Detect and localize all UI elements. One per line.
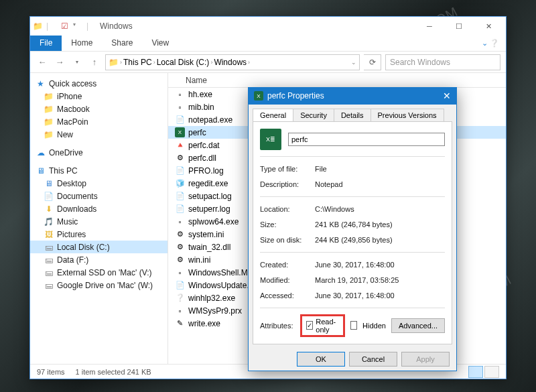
apply-button[interactable]: Apply: [401, 352, 450, 367]
nav-pc-item[interactable]: 🖥Desktop: [30, 177, 168, 190]
ini-icon: ⚙: [175, 229, 185, 239]
tab-security[interactable]: Security: [293, 109, 334, 121]
tab-details[interactable]: Details: [334, 109, 371, 121]
readonly-label: Read-only: [316, 318, 339, 334]
folder-icon: 📁: [109, 57, 119, 67]
crumb-this-pc[interactable]: This PC: [123, 58, 152, 67]
nav-qa-item[interactable]: 📁iPhone: [30, 90, 168, 103]
excel-file-icon: X≣: [260, 129, 281, 150]
chevron-right-icon[interactable]: ›: [153, 59, 155, 66]
nav-qa-item[interactable]: 📁Macbook: [30, 103, 168, 115]
text-icon: 📄: [175, 280, 185, 290]
dialog-tabs: General Security Details Previous Versio…: [249, 105, 456, 121]
advanced-button[interactable]: Advanced...: [391, 318, 445, 333]
file-name: PFRO.log: [188, 166, 224, 176]
label-size: Size:: [260, 220, 308, 228]
readonly-highlight: Read-only: [300, 314, 345, 337]
text-icon: 📄: [175, 191, 185, 201]
nav-this-pc[interactable]: 🖥This PC: [30, 164, 168, 177]
ok-button[interactable]: OK: [297, 352, 345, 367]
icons-view-button[interactable]: [484, 366, 499, 378]
up-button[interactable]: ↑: [88, 56, 101, 69]
nav-quick-access[interactable]: ★Quick access: [30, 77, 168, 90]
address-dropdown-icon[interactable]: ⌄: [351, 59, 356, 66]
tab-share[interactable]: Share: [102, 36, 142, 51]
titlebar[interactable]: 📁 | ☑ ▾ | Windows ─ ☐ ✕: [30, 17, 506, 36]
file-name: regedit.exe: [188, 179, 228, 188]
folder-icon: 📁: [44, 104, 54, 114]
value-accessed: June 30, 2017, 16:48:00: [315, 291, 445, 300]
dialog-button-row: OK Cancel Apply: [249, 348, 456, 371]
tab-view[interactable]: View: [142, 36, 178, 51]
close-button[interactable]: ✕: [474, 17, 503, 36]
crumb-windows[interactable]: Windows: [214, 58, 247, 67]
back-button[interactable]: ←: [36, 56, 49, 69]
file-name: setupact.log: [188, 192, 232, 201]
file-name: perfc: [188, 128, 206, 137]
text-icon: 📄: [175, 166, 185, 176]
dll-icon: ⚙: [175, 242, 185, 252]
ribbon-expand-icon[interactable]: ⌄ ❔: [475, 36, 506, 51]
file-name: splwow64.exe: [188, 217, 239, 226]
status-selected: 1 item selected 241 KB: [76, 368, 151, 376]
label-location: Location:: [260, 205, 308, 213]
nav-pc-item-local-disk[interactable]: 🖴Local Disk (C:): [30, 241, 168, 253]
network-disk-icon: 🖴: [44, 267, 54, 277]
readonly-checkbox[interactable]: [306, 321, 313, 330]
downloads-icon: ⬇: [44, 204, 54, 214]
file-name: winhlp32.exe: [188, 293, 235, 303]
nav-qa-item[interactable]: 📁MacPoin: [30, 115, 168, 128]
nav-pc-item[interactable]: 🎵Music: [30, 215, 168, 228]
search-input[interactable]: Search Windows: [385, 54, 500, 70]
chevron-right-icon[interactable]: ›: [120, 59, 122, 66]
forward-button[interactable]: →: [53, 56, 66, 69]
tab-previous-versions[interactable]: Previous Versions: [371, 109, 444, 121]
dialog-body: X≣ Type of file:File Description:Notepad…: [253, 121, 452, 344]
nav-pc-item[interactable]: 🖴External SSD on 'Mac' (V:): [30, 266, 168, 279]
label-type: Type of file:: [260, 165, 308, 173]
column-header-name[interactable]: Name: [168, 73, 506, 88]
dialog-title: perfc Properties: [267, 91, 324, 101]
cancel-button[interactable]: Cancel: [349, 352, 397, 367]
chevron-right-icon[interactable]: ›: [248, 59, 250, 66]
hidden-checkbox[interactable]: [350, 321, 357, 330]
tab-home[interactable]: Home: [62, 36, 102, 51]
file-icon: ▫: [175, 306, 185, 316]
folder-icon: 📁: [44, 117, 54, 127]
pc-icon: 🖥: [36, 166, 46, 176]
dialog-titlebar[interactable]: X perfc Properties ✕: [249, 88, 456, 105]
checkmark-icon[interactable]: ☑: [60, 21, 69, 31]
file-name: twain_32.dll: [188, 243, 230, 252]
label-description: Description:: [260, 180, 308, 188]
nav-pc-item[interactable]: 📄Documents: [30, 190, 168, 202]
label-accessed: Accessed:: [260, 291, 308, 300]
tab-file[interactable]: File: [30, 36, 62, 51]
details-view-button[interactable]: [468, 366, 483, 378]
dialog-close-button[interactable]: ✕: [443, 90, 451, 101]
crumb-local-disk[interactable]: Local Disk (C:): [157, 58, 210, 67]
window-title: Windows: [100, 21, 133, 31]
minimize-button[interactable]: ─: [415, 17, 444, 36]
pictures-icon: 🖼: [44, 229, 54, 239]
nav-onedrive[interactable]: ☁OneDrive: [30, 146, 168, 159]
file-name: setuperr.log: [188, 204, 230, 214]
nav-pc-item[interactable]: 🖼Pictures: [30, 228, 168, 241]
hidden-label: Hidden: [362, 322, 386, 330]
navigation-pane[interactable]: ★Quick access 📁iPhone 📁Macbook 📁MacPoin …: [30, 73, 168, 364]
breadcrumb[interactable]: 📁 › This PC › Local Disk (C:) › Windows …: [105, 54, 360, 70]
chevron-right-icon[interactable]: ›: [210, 59, 212, 66]
dll-icon: ⚙: [175, 153, 185, 163]
qat-dropdown-icon[interactable]: ▾: [73, 21, 82, 31]
nav-qa-item[interactable]: 📁New: [30, 128, 168, 141]
maximize-button[interactable]: ☐: [444, 17, 474, 36]
value-type: File: [315, 165, 445, 173]
recent-dropdown-icon[interactable]: ▾: [70, 56, 84, 69]
refresh-button[interactable]: ⟳: [364, 54, 381, 70]
cloud-icon: ☁: [36, 147, 46, 157]
file-name: mib.bin: [188, 103, 214, 112]
filename-input[interactable]: [288, 133, 445, 146]
nav-pc-item[interactable]: 🖴Data (F:): [30, 253, 168, 266]
nav-pc-item[interactable]: 🖴Google Drive on 'Mac' (W:): [30, 279, 168, 291]
tab-general[interactable]: General: [253, 109, 293, 121]
nav-pc-item[interactable]: ⬇Downloads: [30, 202, 168, 215]
